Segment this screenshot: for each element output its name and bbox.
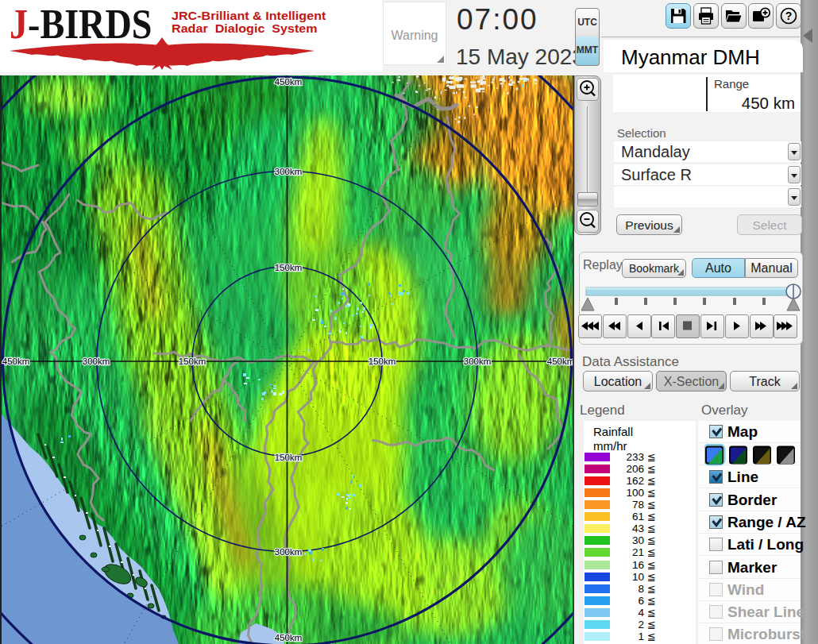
- svg-text:450km: 450km: [275, 633, 303, 642]
- svg-text:300km: 300km: [275, 547, 303, 557]
- svg-text:450km: 450km: [2, 357, 30, 366]
- svg-text:450km: 450km: [275, 77, 303, 87]
- svg-text:300km: 300km: [83, 357, 110, 366]
- svg-text:150km: 150km: [275, 263, 303, 272]
- svg-text:300km: 300km: [275, 167, 303, 176]
- svg-text:150km: 150km: [368, 357, 396, 366]
- svg-text:150km: 150km: [275, 453, 303, 462]
- svg-text:450km: 450km: [547, 357, 573, 366]
- svg-text:300km: 300km: [464, 357, 492, 366]
- svg-text:150km: 150km: [179, 357, 206, 366]
